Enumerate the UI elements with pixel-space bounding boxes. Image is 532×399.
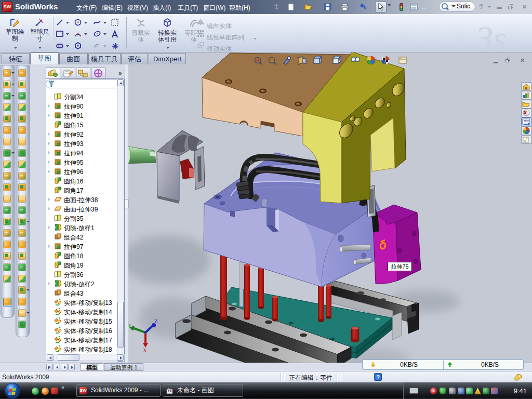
svg-text:Y: Y — [128, 322, 132, 328]
svg-text:Z: Z — [154, 318, 158, 324]
svg-text:X: X — [143, 347, 147, 353]
